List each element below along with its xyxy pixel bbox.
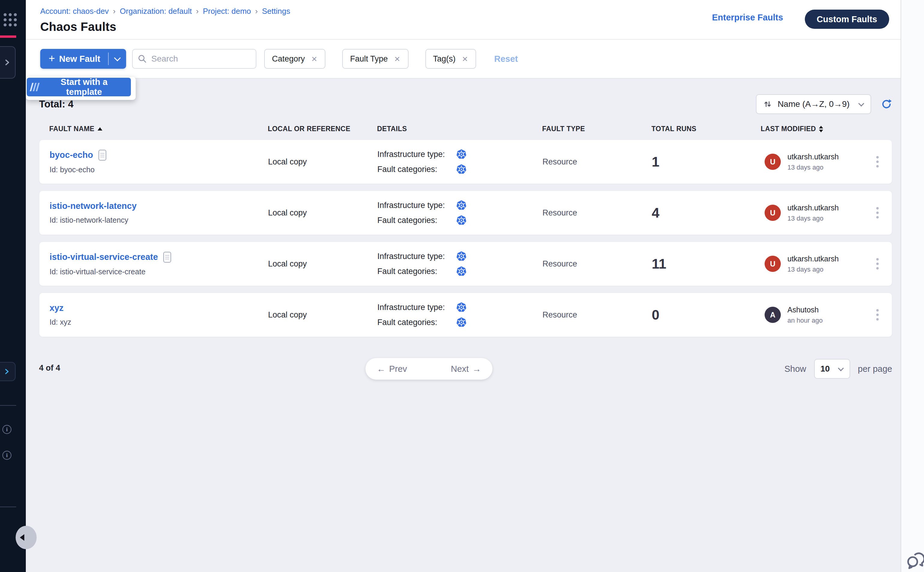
row-menu-button[interactable] — [873, 306, 882, 323]
new-fault-menu: Start with a template — [26, 77, 136, 100]
left-nav-rail: i i — [0, 0, 26, 572]
breadcrumb-settings-link[interactable]: Settings — [262, 6, 290, 16]
refresh-icon — [881, 98, 892, 110]
close-icon[interactable]: × — [462, 54, 468, 64]
column-fault-name[interactable]: FAULT NAME — [49, 125, 268, 133]
copy-id-icon[interactable] — [163, 252, 171, 263]
start-with-template-item[interactable]: Start with a template — [27, 78, 131, 96]
breadcrumb-organization-link[interactable]: Organization: default — [120, 6, 192, 16]
sidebar-collapse-handle[interactable] — [16, 526, 37, 549]
total-runs-value: 0 — [652, 307, 761, 323]
close-icon[interactable]: × — [311, 54, 318, 64]
modified-time: 13 days ago — [787, 214, 839, 222]
page-1-button[interactable]: 1 — [417, 358, 441, 380]
details-cell: Infrastructure type: Fault categories: — [377, 200, 543, 226]
chevron-down-icon — [114, 54, 121, 62]
modified-by-user: Ashutosh — [787, 306, 823, 314]
sidebar-expand-button[interactable] — [0, 362, 16, 381]
fault-name-link[interactable]: byoc-echo — [50, 150, 93, 160]
filter-chip-category[interactable]: Category × — [264, 49, 325, 69]
chevron-right-icon — [3, 368, 10, 375]
rail-divider — [0, 405, 16, 406]
modified-time: an hour ago — [787, 317, 823, 325]
kubernetes-icon — [456, 251, 467, 262]
reset-filters-button[interactable]: Reset — [494, 54, 518, 64]
avatar: A — [765, 307, 781, 323]
fault-name-cell: istio-network-latency Id: istio-network-… — [50, 201, 268, 224]
new-fault-dropdown-toggle[interactable] — [109, 49, 126, 69]
column-local-or-reference: LOCAL OR REFERENCE — [268, 125, 377, 133]
modified-by-user: utkarsh.utkarsh — [787, 255, 839, 263]
row-menu-button[interactable] — [873, 204, 882, 221]
search-icon — [137, 54, 147, 64]
plus-icon: + — [49, 53, 55, 64]
chat-help-icon[interactable] — [904, 549, 924, 572]
pager: ← Prev 1 Next → — [366, 358, 492, 380]
fault-row[interactable]: xyz Id: xyz Local copy Infrastructure ty… — [39, 292, 892, 337]
pagination-row: 4 of 4 ← Prev 1 Next → Show 10 — [39, 358, 892, 380]
row-menu-button[interactable] — [873, 153, 882, 171]
app-launcher-icon[interactable] — [4, 13, 17, 26]
breadcrumb-account-link[interactable]: Account: chaos-dev — [40, 6, 109, 16]
table-header-row: FAULT NAME LOCAL OR REFERENCE DETAILS FA… — [39, 125, 892, 133]
arrow-right-icon: → — [472, 364, 481, 374]
search-input[interactable] — [132, 49, 257, 69]
sort-select[interactable]: Name (A→Z, 0→9) — [756, 94, 871, 114]
new-fault-split-button: + New Fault — [40, 49, 126, 69]
nav-expand-button[interactable] — [0, 46, 16, 79]
prev-page-button[interactable]: ← Prev — [366, 358, 417, 380]
info-icon[interactable]: i — [2, 425, 11, 434]
next-page-button[interactable]: Next → — [441, 358, 493, 380]
total-runs-value: 4 — [652, 205, 761, 221]
show-label: Show — [784, 364, 806, 374]
last-modified-cell: U utkarsh.utkarsh13 days ago — [761, 255, 863, 274]
custom-faults-button[interactable]: Custom Faults — [805, 9, 889, 29]
fault-row[interactable]: byoc-echo Id: byoc-echo Local copy Infra… — [39, 140, 892, 184]
fault-name-link[interactable]: istio-network-latency — [50, 201, 137, 211]
infrastructure-type-label: Infrastructure type: — [377, 150, 456, 159]
filter-chip-tags[interactable]: Tag(s) × — [425, 49, 476, 69]
avatar: U — [765, 256, 781, 272]
fault-name-cell: byoc-echo Id: byoc-echo — [50, 150, 268, 174]
last-modified-cell: U utkarsh.utkarsh13 days ago — [761, 152, 863, 171]
filter-chip-label: Tag(s) — [433, 54, 456, 64]
close-icon[interactable]: × — [394, 54, 401, 64]
breadcrumb-separator: › — [196, 6, 199, 16]
sort-both-icon — [819, 126, 823, 132]
kubernetes-icon — [456, 200, 467, 211]
copy-id-icon[interactable] — [98, 150, 106, 160]
refresh-button[interactable] — [881, 98, 892, 110]
search-box — [132, 49, 257, 69]
modified-time: 13 days ago — [787, 163, 839, 171]
fault-name-link[interactable]: istio-virtual-service-create — [50, 252, 158, 262]
details-cell: Infrastructure type: Fault categories: — [377, 149, 543, 175]
template-icon — [31, 83, 39, 91]
new-fault-button[interactable]: + New Fault — [40, 49, 108, 69]
local-or-reference-value: Local copy — [268, 310, 377, 320]
infrastructure-type-label: Infrastructure type: — [377, 303, 456, 312]
breadcrumb-project-link[interactable]: Project: demo — [203, 6, 251, 16]
per-page-select[interactable]: 10 — [814, 359, 850, 379]
list-header: Total: 4 Name (A→Z, 0→9) — [39, 79, 892, 114]
header-actions: Enterprise Faults Custom Faults — [712, 0, 889, 39]
infrastructure-type-label: Infrastructure type: — [377, 201, 456, 210]
fault-row[interactable]: istio-virtual-service-create Id: istio-v… — [39, 242, 892, 286]
filter-chip-fault-type[interactable]: Fault Type × — [342, 49, 408, 69]
fault-name-link[interactable]: xyz — [50, 303, 64, 313]
fault-row[interactable]: istio-network-latency Id: istio-network-… — [39, 191, 892, 235]
per-page-label: per page — [858, 364, 893, 374]
total-runs-value: 1 — [652, 154, 761, 170]
column-last-modified[interactable]: LAST MODIFIED — [761, 125, 863, 133]
row-menu-button[interactable] — [873, 255, 882, 272]
details-cell: Infrastructure type: Fault categories: — [377, 251, 543, 277]
kubernetes-icon — [456, 149, 467, 160]
avatar: U — [765, 154, 781, 170]
main-area: Account: chaos-dev › Organization: defau… — [26, 0, 901, 572]
help-info-icon[interactable]: i — [2, 451, 11, 460]
pagination-summary: 4 of 4 — [39, 364, 60, 373]
local-or-reference-value: Local copy — [268, 208, 377, 218]
fault-id: Id: byoc-echo — [50, 165, 268, 174]
fault-name-cell: istio-virtual-service-create Id: istio-v… — [50, 252, 268, 276]
enterprise-faults-link[interactable]: Enterprise Faults — [712, 12, 783, 22]
fault-type-value: Resource — [543, 259, 652, 269]
